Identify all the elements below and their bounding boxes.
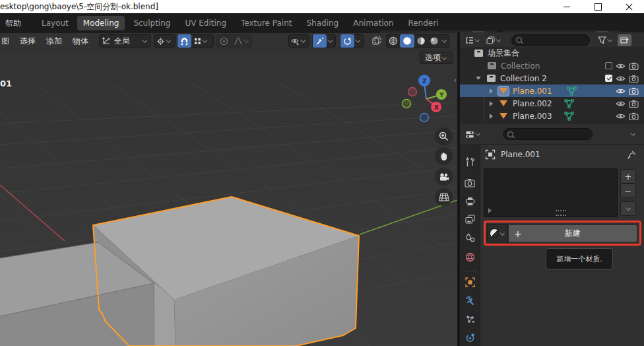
falloff-dropdown[interactable] — [231, 34, 253, 48]
tab-sculpting[interactable]: Sculpting — [127, 16, 176, 30]
collection-exclude-checkbox[interactable] — [605, 62, 612, 69]
tab-render[interactable] — [460, 174, 480, 191]
snap-to-dropdown[interactable] — [191, 34, 211, 48]
tab-shading[interactable]: Shading — [300, 16, 344, 30]
material-slot-list[interactable] — [484, 168, 618, 217]
collection-row[interactable]: Collection — [460, 59, 644, 72]
expand-triangle-icon[interactable] — [490, 101, 493, 106]
sidebar-collapse-icon[interactable]: ‹ — [454, 76, 457, 85]
camera-view-button[interactable] — [435, 168, 453, 186]
tab-view-layer[interactable] — [460, 211, 480, 228]
transform-orientation-dropdown[interactable]: 全局 — [99, 34, 151, 48]
tab-modeling[interactable]: Modeling — [77, 16, 125, 30]
minimize-icon — [564, 7, 570, 7]
menu-view[interactable]: 图 — [0, 32, 15, 50]
outliner-search-field[interactable] — [511, 34, 590, 46]
outliner-display-mode-dropdown[interactable] — [484, 34, 505, 47]
chevron-down-icon — [300, 38, 305, 42]
outliner-editor-type-dropdown[interactable] — [463, 34, 484, 47]
add-slot-button[interactable]: + — [620, 169, 636, 184]
eye-icon[interactable] — [616, 112, 626, 120]
eye-icon[interactable] — [616, 75, 626, 83]
options-dropdown[interactable]: 选项 — [420, 52, 453, 64]
pivot-point-dropdown[interactable] — [154, 34, 176, 48]
minimize-button[interactable] — [556, 0, 578, 13]
gizmo-neg-y[interactable] — [402, 100, 411, 108]
camera-toggle-icon[interactable] — [629, 112, 639, 120]
plane001-row[interactable]: Plane.001 — [460, 85, 644, 97]
plane002-row[interactable]: Plane.002 — [460, 97, 644, 110]
slot-specials-button[interactable] — [620, 201, 636, 216]
tab-layout[interactable]: Layout — [36, 16, 75, 30]
gizmo-neg-z[interactable] — [420, 114, 429, 122]
tab-object[interactable] — [460, 273, 480, 291]
tab-scene[interactable] — [460, 229, 480, 246]
pan-button[interactable] — [435, 147, 453, 165]
scene-collection-row[interactable]: 场景集合 — [460, 47, 644, 59]
tab-physics[interactable] — [460, 329, 480, 346]
overlays-toggle[interactable] — [313, 34, 327, 48]
shading-material-button[interactable] — [414, 34, 428, 48]
menu-add[interactable]: 添加 — [41, 32, 67, 50]
camera-toggle-icon[interactable] — [629, 75, 639, 83]
menu-help[interactable]: 帮助 — [5, 18, 21, 29]
maximize-icon — [595, 3, 602, 11]
tab-particles[interactable] — [460, 310, 480, 328]
properties-tab-column — [460, 144, 480, 346]
collapse-triangle-icon[interactable] — [476, 77, 481, 80]
chevron-down-icon — [243, 38, 249, 43]
browse-material-dropdown[interactable] — [487, 225, 508, 242]
list-resize-grip[interactable] — [556, 210, 566, 216]
tab-tool[interactable] — [460, 153, 480, 170]
menu-object[interactable]: 物体 — [67, 32, 94, 50]
eye-icon[interactable] — [616, 100, 626, 108]
solid-sphere-icon — [402, 36, 412, 46]
camera-toggle-icon[interactable] — [629, 62, 639, 70]
expand-triangle-icon[interactable] — [490, 114, 493, 119]
new-material-button[interactable]: + 新建 — [508, 225, 637, 242]
tab-uv-editing[interactable]: UV Editing — [179, 16, 232, 30]
properties-editor-type-dropdown[interactable] — [463, 127, 484, 141]
tab-world[interactable] — [460, 248, 480, 265]
ortho-toggle-button[interactable] — [435, 188, 453, 206]
maximize-button[interactable] — [587, 0, 609, 13]
collection2-exclude-checkbox[interactable] — [605, 75, 612, 82]
properties-search-field[interactable] — [503, 128, 593, 140]
proportional-edit-toggle[interactable] — [217, 34, 231, 48]
tab-output[interactable] — [460, 193, 480, 210]
remove-slot-button[interactable]: − — [620, 184, 636, 198]
camera-toggle-icon[interactable] — [629, 87, 639, 95]
render-preview-toggle[interactable] — [370, 34, 384, 48]
pin-icon[interactable] — [627, 151, 636, 160]
eye-icon[interactable] — [616, 62, 626, 70]
shading-wireframe-button[interactable] — [387, 34, 400, 48]
menu-select[interactable]: 选择 — [15, 32, 41, 50]
tab-texture-paint[interactable]: Texture Paint — [235, 16, 298, 30]
eye-icon[interactable] — [616, 87, 626, 95]
tab-rendering[interactable]: Renderi — [402, 16, 444, 30]
shading-solid-button[interactable] — [400, 34, 414, 48]
viewport-3d[interactable]: Z Y X 01 ‹ — [0, 64, 457, 346]
new-collection-button[interactable] — [618, 34, 631, 46]
close-button[interactable] — [618, 0, 640, 13]
gizmo-neg-x[interactable] — [408, 88, 417, 96]
outliner-filter-dropdown[interactable] — [595, 34, 616, 47]
snap-toggle[interactable] — [177, 34, 191, 48]
show-gizmo-dropdown[interactable] — [288, 34, 309, 48]
expand-triangle-icon[interactable] — [490, 88, 493, 94]
tab-modifiers[interactable] — [460, 292, 480, 309]
collection2-row[interactable]: Collection 2 — [460, 72, 644, 85]
svg-text:Z: Z — [422, 78, 427, 85]
zoom-button[interactable] — [435, 127, 453, 145]
chevron-down-icon — [607, 37, 612, 42]
properties-options-chevron-icon[interactable] — [630, 131, 635, 136]
slot-expand-icon[interactable] — [488, 208, 492, 213]
chevron-down-icon — [496, 37, 501, 42]
options-label: 选项 — [425, 52, 441, 63]
camera-toggle-icon[interactable] — [629, 100, 639, 108]
orbit-toggle[interactable] — [340, 34, 354, 48]
tab-animation[interactable]: Animation — [347, 16, 399, 30]
shading-rendered-button[interactable] — [428, 34, 441, 48]
navigation-gizmo[interactable]: Z Y X — [402, 75, 447, 122]
plane003-row[interactable]: Plane.003 — [460, 110, 644, 122]
